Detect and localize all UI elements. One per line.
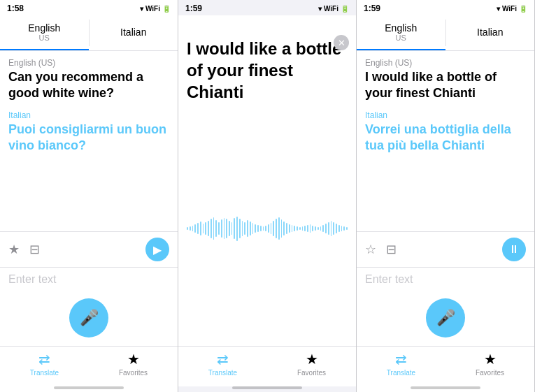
- wifi-icon: WiFi: [145, 5, 160, 13]
- tab-bar-right: ⇄ Translate ★ Favorites: [357, 346, 534, 386]
- wave-bar: [318, 227, 319, 230]
- wave-bar: [211, 219, 212, 238]
- mic-button-left[interactable]: 🎤: [69, 298, 108, 337]
- action-row-left: ★ ⊟ ▶: [0, 231, 178, 267]
- wave-bar: [234, 218, 235, 239]
- wifi-icon-mid: WiFi: [324, 5, 338, 13]
- wave-bar: [271, 223, 272, 234]
- recognized-text-middle: I would like a bottle of your finest Chi…: [178, 29, 356, 112]
- source-text-right: I would like a bottle of your finest Chi…: [365, 69, 526, 102]
- tab-favorites-left[interactable]: ★ Favorites: [89, 351, 178, 377]
- translate-icon-right: ⇄: [395, 351, 407, 368]
- waveform-area: [178, 112, 356, 346]
- status-time-right: 1:59: [364, 3, 380, 13]
- wave-bar: [213, 217, 215, 240]
- favorites-icon-right: ★: [484, 351, 497, 368]
- wave-bar: [200, 222, 201, 235]
- card-icon-left[interactable]: ⊟: [29, 242, 40, 257]
- lang-btn-italian-right[interactable]: Italian: [446, 15, 535, 50]
- wave-bar: [205, 222, 206, 235]
- status-time-left: 1:58: [7, 3, 24, 13]
- input-placeholder-left[interactable]: Enter text: [8, 273, 56, 285]
- status-bar-middle: 1:59 ▾ WiFi 🔋: [178, 0, 356, 15]
- wave-bar: [224, 218, 225, 239]
- wave-bar: [320, 226, 322, 231]
- battery-icon: 🔋: [162, 5, 171, 13]
- pause-button-right[interactable]: ⏸: [502, 238, 526, 261]
- wave-bar: [294, 226, 295, 231]
- source-block-right: English (US) I would like a bottle of yo…: [365, 58, 526, 102]
- waveform: [187, 215, 348, 242]
- tab-translate-label-middle: Translate: [208, 369, 237, 377]
- wave-bar: [226, 219, 227, 238]
- status-icons-left: ▾ WiFi 🔋: [140, 5, 171, 13]
- tab-favorites-right[interactable]: ★ Favorites: [445, 351, 534, 377]
- status-time-middle: 1:59: [185, 3, 202, 13]
- lang-btn-english-left[interactable]: English US: [0, 15, 89, 50]
- wave-bar: [297, 226, 298, 231]
- middle-panel: 1:59 ▾ WiFi 🔋 ✕ I would like a bottle of…: [178, 0, 357, 392]
- translate-icon-left: ⇄: [38, 351, 50, 368]
- wave-bar: [252, 223, 254, 234]
- wave-bar: [325, 224, 327, 233]
- card-icon-right[interactable]: ⊟: [386, 242, 397, 257]
- wave-bar: [197, 223, 199, 234]
- translated-lang-label-right: Italian: [365, 110, 526, 120]
- tab-translate-right[interactable]: ⇄ Translate: [357, 351, 445, 377]
- play-button-left[interactable]: ▶: [145, 238, 169, 261]
- wave-bar: [333, 222, 334, 235]
- translated-block-left: Italian Puoi consigliarmi un buon vino b…: [8, 110, 169, 154]
- input-area-right: Enter text: [357, 267, 534, 291]
- wave-bar: [192, 226, 194, 231]
- status-icons-right: ▾ WiFi 🔋: [497, 5, 527, 13]
- wave-bar: [338, 225, 340, 232]
- wave-bar: [310, 224, 311, 233]
- lang-btn-english-right[interactable]: English US: [357, 15, 445, 50]
- wifi-icon-right: WiFi: [502, 5, 517, 13]
- battery-icon-mid: 🔋: [341, 5, 349, 13]
- wave-bar: [208, 221, 209, 236]
- tab-favorites-label-right: Favorites: [476, 369, 504, 377]
- source-lang-label-left: English (US): [8, 58, 169, 68]
- tab-favorites-label-left: Favorites: [119, 369, 148, 377]
- mic-button-right[interactable]: 🎤: [426, 298, 465, 337]
- star-icon-left[interactable]: ★: [8, 242, 20, 257]
- wave-bar: [276, 219, 277, 238]
- status-bar-left: 1:58 ▾ WiFi 🔋: [0, 0, 178, 15]
- signal-icon: ▾: [140, 5, 143, 13]
- wave-bar: [343, 226, 345, 231]
- source-text-left: Can you recommend a good white wine?: [8, 69, 169, 102]
- wave-bar: [286, 223, 287, 234]
- wave-bar: [331, 221, 332, 236]
- lang-btn-italian-left[interactable]: Italian: [90, 15, 178, 50]
- input-placeholder-right[interactable]: Enter text: [365, 273, 413, 285]
- mic-area-right: 🎤: [357, 291, 534, 346]
- translation-body-right: English (US) I would like a bottle of yo…: [357, 51, 534, 231]
- wave-bar: [304, 226, 306, 231]
- translated-text-right: Vorrei una bottiglia della tua più bella…: [365, 122, 526, 154]
- battery-icon-right: 🔋: [519, 5, 527, 13]
- wave-bar: [187, 227, 188, 230]
- lang-english-label-right: English: [361, 22, 441, 34]
- wave-bar: [341, 226, 343, 231]
- wave-bar: [255, 224, 256, 233]
- wave-bar: [273, 221, 274, 236]
- wave-bar: [315, 226, 316, 231]
- wave-bar: [299, 227, 301, 230]
- wave-bar: [231, 222, 233, 235]
- wave-bar: [194, 224, 196, 233]
- star-icon-right[interactable]: ☆: [365, 242, 376, 257]
- favorites-icon-left: ★: [127, 351, 140, 368]
- signal-icon-mid: ▾: [318, 5, 322, 13]
- home-indicator-right: [411, 386, 480, 389]
- tab-translate-middle[interactable]: ⇄ Translate: [178, 351, 267, 377]
- close-button-middle[interactable]: ✕: [334, 35, 349, 50]
- wave-bar: [239, 219, 241, 238]
- wave-bar: [236, 217, 238, 241]
- source-block-left: English (US) Can you recommend a good wh…: [8, 58, 169, 102]
- tab-favorites-label-middle: Favorites: [297, 369, 326, 377]
- mic-area-left: 🎤: [0, 291, 178, 346]
- tab-favorites-middle[interactable]: ★ Favorites: [267, 351, 356, 377]
- tab-translate-left[interactable]: ⇄ Translate: [0, 351, 89, 377]
- translated-text-left: Puoi consigliarmi un buon vino bianco?: [8, 122, 169, 154]
